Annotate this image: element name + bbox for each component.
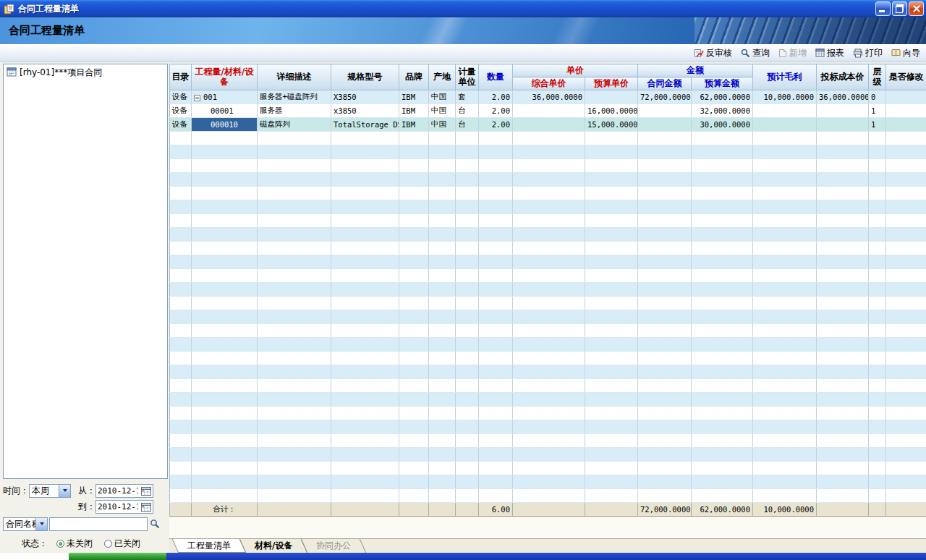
grid-cell-level[interactable]	[869, 407, 886, 420]
grid-empty-row[interactable]	[170, 365, 926, 379]
grid-cell-level[interactable]	[869, 173, 886, 187]
col-header-qty[interactable]: 数量	[479, 64, 513, 90]
grid-cell-contract_amt[interactable]	[638, 297, 692, 310]
grid-cell-dir[interactable]	[170, 462, 192, 475]
grid-cell-budget_amt[interactable]	[692, 475, 753, 489]
grid-cell-unit[interactable]	[456, 132, 479, 145]
time-range-select[interactable]: 本周	[29, 484, 71, 498]
grid-cell-item[interactable]: 001	[192, 90, 258, 104]
grid-cell-unit[interactable]	[456, 352, 479, 365]
grid-cell-qty[interactable]	[479, 379, 513, 393]
grid-cell-dir[interactable]	[170, 145, 192, 159]
grid-empty-row[interactable]	[170, 228, 926, 242]
grid-cell-desc[interactable]: 服务器+磁盘阵列	[258, 90, 331, 104]
grid-cell-budget_amt[interactable]	[692, 352, 753, 365]
grid-cell-level[interactable]	[869, 242, 886, 255]
grid-cell-item[interactable]	[192, 324, 258, 338]
grid-cell-bid_cost[interactable]	[817, 310, 869, 324]
grid-cell-dir[interactable]	[170, 214, 192, 228]
grid-cell-origin[interactable]	[429, 200, 456, 214]
grid-cell-gross_profit[interactable]	[753, 242, 817, 255]
grid-cell-desc[interactable]	[258, 200, 331, 214]
grid-cell-spec[interactable]	[331, 310, 399, 324]
grid-cell-bid_cost[interactable]	[817, 297, 869, 310]
grid-cell-qty[interactable]	[479, 269, 513, 283]
grid-cell-origin[interactable]	[429, 338, 456, 352]
grid-cell-item[interactable]	[192, 365, 258, 379]
radio-closed[interactable]: 已关闭	[104, 538, 140, 550]
grid-cell-spec[interactable]	[331, 352, 399, 365]
grid-cell-bid_cost[interactable]	[817, 118, 869, 132]
grid-cell-contract_amt[interactable]	[638, 310, 692, 324]
col-header-origin[interactable]: 产地	[429, 64, 456, 90]
grid-empty-row[interactable]	[170, 448, 926, 462]
grid-cell-modified[interactable]	[886, 434, 926, 448]
grid-cell-origin[interactable]	[429, 297, 456, 310]
grid-cell-item[interactable]	[192, 173, 258, 187]
report-button[interactable]: 报表	[815, 47, 844, 59]
tree-item-contract[interactable]: [rhy-01]***项目合同	[4, 64, 167, 81]
grid-cell-modified[interactable]	[886, 324, 926, 338]
grid-cell-dir[interactable]	[170, 393, 192, 407]
grid-cell-dir[interactable]	[170, 132, 192, 145]
grid-cell-item[interactable]	[192, 310, 258, 324]
grid-cell-gross_profit[interactable]	[753, 434, 817, 448]
grid-cell-spec[interactable]: TotalStorage DS3	[331, 118, 399, 132]
grid-cell-brand[interactable]	[399, 159, 429, 173]
grid-cell-level[interactable]	[869, 132, 886, 145]
grid-cell-contract_amt[interactable]	[638, 269, 692, 283]
grid-cell-budget_amt[interactable]	[692, 214, 753, 228]
grid-cell-level[interactable]	[869, 200, 886, 214]
grid-cell-unit[interactable]	[456, 365, 479, 379]
grid-cell-comp_price[interactable]	[513, 420, 585, 434]
grid-cell-brand[interactable]	[399, 489, 429, 503]
grid-cell-comp_price[interactable]	[513, 407, 585, 420]
grid-cell-gross_profit[interactable]	[753, 159, 817, 173]
grid-cell-gross_profit[interactable]	[753, 228, 817, 242]
grid-empty-row[interactable]	[170, 352, 926, 365]
grid-cell-item[interactable]	[192, 132, 258, 145]
grid-cell-brand[interactable]	[399, 379, 429, 393]
grid-cell-level[interactable]	[869, 489, 886, 503]
grid-cell-contract_amt[interactable]	[638, 338, 692, 352]
grid-cell-qty[interactable]	[479, 200, 513, 214]
grid-cell-unit[interactable]	[456, 420, 479, 434]
grid-cell-spec[interactable]	[331, 132, 399, 145]
grid-cell-comp_price[interactable]	[513, 173, 585, 187]
grid-cell-bid_cost[interactable]	[817, 462, 869, 475]
query-button[interactable]: 查询	[741, 47, 770, 59]
grid-cell-brand[interactable]	[399, 434, 429, 448]
grid-cell-spec[interactable]	[331, 297, 399, 310]
grid-cell-dir[interactable]	[170, 475, 192, 489]
grid-cell-item[interactable]	[192, 269, 258, 283]
grid-cell-origin[interactable]	[429, 228, 456, 242]
tab-quantity-list[interactable]: 工程量清单	[172, 539, 246, 553]
grid-cell-origin[interactable]	[429, 352, 456, 365]
grid-cell-desc[interactable]	[258, 324, 331, 338]
grid-cell-unit[interactable]	[456, 297, 479, 310]
grid-empty-row[interactable]	[170, 310, 926, 324]
grid-cell-unit[interactable]	[456, 255, 479, 269]
grid-cell-budget_amt[interactable]	[692, 324, 753, 338]
grid-cell-qty[interactable]	[479, 187, 513, 200]
radio-not-closed[interactable]: 未关闭	[56, 538, 93, 550]
grid-cell-qty[interactable]	[479, 297, 513, 310]
grid-cell-dir[interactable]	[170, 365, 192, 379]
grid-cell-contract_amt[interactable]	[638, 448, 692, 462]
grid-cell-dir[interactable]	[170, 338, 192, 352]
grid-cell-contract_amt[interactable]	[638, 145, 692, 159]
grid-cell-modified[interactable]	[886, 255, 926, 269]
grid-empty-row[interactable]	[170, 420, 926, 434]
grid-cell-level[interactable]	[869, 448, 886, 462]
grid-row[interactable]: 设备000010磁盘阵列TotalStorage DS3IBM中国台2.0015…	[170, 118, 926, 132]
grid-cell-brand[interactable]	[399, 324, 429, 338]
grid-cell-budget_amt[interactable]	[692, 310, 753, 324]
grid-cell-spec[interactable]	[331, 338, 399, 352]
grid-cell-brand[interactable]: IBM	[399, 90, 429, 104]
grid-cell-dir[interactable]	[170, 242, 192, 255]
grid-cell-contract_amt[interactable]	[638, 214, 692, 228]
grid-cell-unit[interactable]	[456, 379, 479, 393]
grid-cell-unit[interactable]	[456, 269, 479, 283]
grid-cell-desc[interactable]	[258, 228, 331, 242]
grid-cell-item[interactable]	[192, 297, 258, 310]
